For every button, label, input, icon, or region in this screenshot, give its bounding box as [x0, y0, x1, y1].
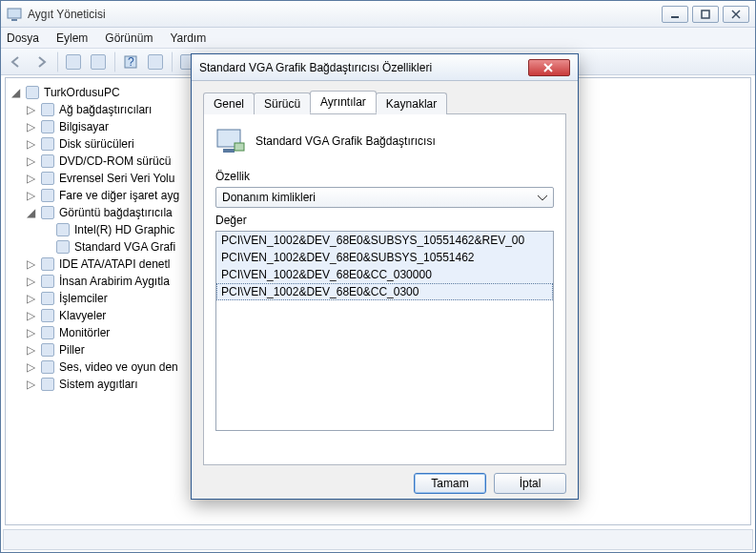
tree-label: Intel(R) HD Graphic: [74, 223, 174, 236]
expand-icon[interactable]: ▷: [25, 154, 36, 168]
tab-panel-details: Standard VGA Grafik Bağdaştırıcısı Özell…: [203, 114, 566, 465]
menu-help[interactable]: Yardım: [170, 31, 206, 45]
main-title: Aygıt Yöneticisi: [28, 8, 662, 21]
tree-label: Ağ bağdaştırıcıları: [59, 103, 152, 116]
device-category-icon: [40, 154, 55, 169]
maximize-button[interactable]: [692, 6, 719, 23]
device-category-icon: [25, 85, 40, 100]
tree-label: Disk sürücüleri: [59, 137, 134, 151]
app-icon: [7, 7, 22, 22]
expand-icon[interactable]: ▷: [25, 120, 36, 133]
expand-icon[interactable]: ▷: [25, 360, 36, 374]
separator: [56, 51, 58, 72]
tree-label: Klavyeler: [59, 309, 106, 322]
expand-icon[interactable]: ▷: [25, 172, 36, 185]
help-icon[interactable]: ?: [119, 51, 142, 72]
tree-label: İnsan Arabirim Aygıtla: [59, 275, 170, 288]
toolbar-icon-3[interactable]: [144, 51, 167, 72]
window-controls: [662, 6, 749, 23]
dropdown-selected: Donanım kimlikleri: [222, 191, 316, 204]
cancel-button[interactable]: İptal: [494, 473, 566, 494]
property-dropdown[interactable]: Donanım kimlikleri: [215, 187, 554, 208]
device-category-icon: [40, 205, 55, 220]
properties-dialog: Standard VGA Grafik Bağdaştırıcısı Özell…: [191, 53, 579, 500]
expand-icon[interactable]: ▷: [25, 309, 36, 322]
value-section-label: Değer: [215, 214, 554, 227]
hardware-id-list[interactable]: PCI\VEN_1002&DEV_68E0&SUBSYS_10551462&RE…: [215, 231, 554, 431]
chevron-down-icon: [538, 191, 547, 204]
separator: [171, 51, 173, 72]
tab-sürücü[interactable]: Sürücü: [254, 92, 311, 114]
tree-label: DVD/CD-ROM sürücü: [59, 154, 171, 168]
device-name: Standard VGA Grafik Bağdaştırıcısı: [255, 134, 436, 148]
expand-icon[interactable]: ◢: [10, 86, 21, 99]
display-adapter-icon: [215, 126, 246, 156]
device-category-icon: [40, 291, 55, 306]
tree-label: Evrensel Seri Veri Yolu: [59, 172, 174, 185]
tree-label: Sistem aygıtları: [59, 378, 138, 391]
main-titlebar[interactable]: Aygıt Yöneticisi: [1, 1, 755, 28]
expand-icon[interactable]: ▷: [25, 137, 36, 151]
separator: [113, 51, 115, 72]
svg-rect-12: [235, 143, 244, 151]
svg-rect-11: [223, 149, 235, 153]
hardware-id-item[interactable]: PCI\VEN_1002&DEV_68E0&SUBSYS_10551462: [216, 249, 553, 266]
menu-action[interactable]: Eylem: [56, 31, 88, 45]
expand-icon[interactable]: ▷: [25, 343, 36, 357]
menu-view[interactable]: Görünüm: [105, 31, 153, 45]
device-manager-window: Aygıt Yöneticisi Dosya Eylem Görünüm Yar…: [0, 0, 756, 553]
device-category-icon: [40, 171, 55, 186]
expand-icon[interactable]: ▷: [25, 257, 36, 271]
tree-label: Standard VGA Grafi: [74, 240, 175, 254]
ok-button[interactable]: Tamam: [414, 473, 486, 494]
tree-label: TurkOrdusuPC: [44, 86, 120, 99]
tree-label: Ses, video ve oyun den: [59, 360, 178, 374]
device-category-icon: [40, 136, 55, 152]
expand-icon[interactable]: ◢: [25, 206, 36, 219]
device-category-icon: [40, 119, 55, 134]
device-category-icon: [55, 239, 71, 255]
hardware-id-item[interactable]: PCI\VEN_1002&DEV_68E0&CC_030000: [216, 266, 553, 283]
menu-file[interactable]: Dosya: [7, 31, 39, 45]
expand-icon[interactable]: ▷: [25, 275, 36, 288]
forward-button[interactable]: [30, 51, 52, 72]
hardware-id-item[interactable]: PCI\VEN_1002&DEV_68E0&CC_0300: [216, 283, 553, 300]
minimize-button[interactable]: [662, 6, 688, 23]
device-category-icon: [40, 274, 55, 289]
device-category-icon: [40, 256, 55, 272]
device-category-icon: [40, 359, 55, 375]
close-button[interactable]: [723, 6, 749, 23]
device-category-icon: [40, 102, 55, 117]
expand-icon[interactable]: ▷: [25, 292, 36, 305]
device-category-icon: [40, 308, 55, 323]
hardware-id-item[interactable]: PCI\VEN_1002&DEV_68E0&SUBSYS_10551462&RE…: [216, 232, 553, 249]
tree-label: IDE ATA/ATAPI denetl: [59, 257, 171, 271]
device-category-icon: [40, 377, 55, 392]
expand-icon[interactable]: ▷: [25, 103, 36, 116]
dialog-close-button[interactable]: [528, 59, 570, 76]
toolbar-icon-2[interactable]: [87, 51, 110, 72]
expand-icon[interactable]: ▷: [25, 189, 36, 202]
back-button[interactable]: [5, 51, 28, 72]
expand-icon[interactable]: ▷: [25, 378, 36, 391]
tab-kaynaklar[interactable]: Kaynaklar: [376, 92, 447, 114]
expand-icon[interactable]: ▷: [25, 326, 36, 339]
tree-label: Fare ve diğer işaret ayg: [59, 189, 179, 202]
device-category-icon: [55, 222, 71, 237]
tab-ayrıntılar[interactable]: Ayrıntılar: [310, 91, 377, 113]
dialog-tabs: GenelSürücüAyrıntılarKaynaklar: [203, 91, 566, 114]
statusbar: [3, 529, 753, 550]
svg-rect-3: [702, 10, 709, 18]
tree-label: Piller: [59, 343, 85, 357]
device-category-icon: [40, 342, 55, 358]
dialog-titlebar[interactable]: Standard VGA Grafik Bağdaştırıcısı Özell…: [192, 54, 578, 81]
dialog-title: Standard VGA Grafik Bağdaştırıcısı Özell…: [199, 61, 528, 74]
svg-rect-1: [11, 19, 17, 21]
tree-label: İşlemciler: [59, 292, 108, 305]
toolbar-icon-1[interactable]: [62, 51, 85, 72]
device-category-icon: [40, 325, 55, 340]
svg-text:?: ?: [128, 55, 134, 69]
device-category-icon: [40, 188, 55, 203]
tab-genel[interactable]: Genel: [203, 92, 255, 114]
svg-rect-0: [8, 9, 21, 18]
